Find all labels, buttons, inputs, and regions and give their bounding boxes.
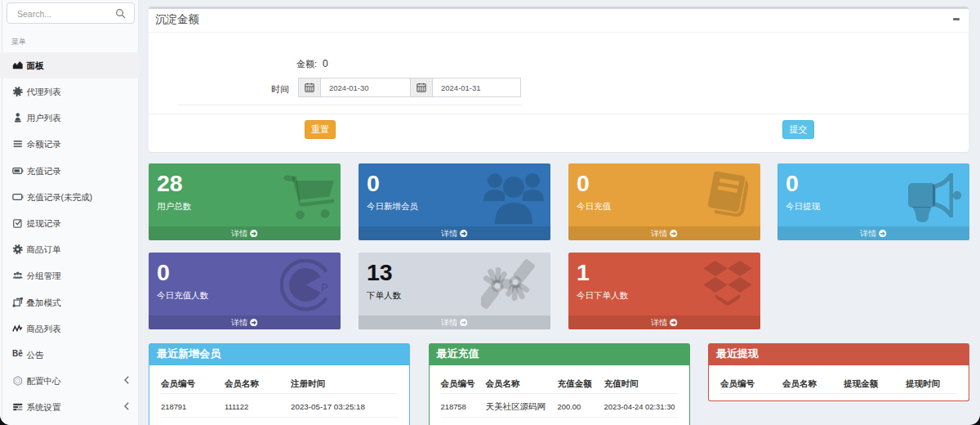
svg-text:P: P	[321, 281, 328, 293]
